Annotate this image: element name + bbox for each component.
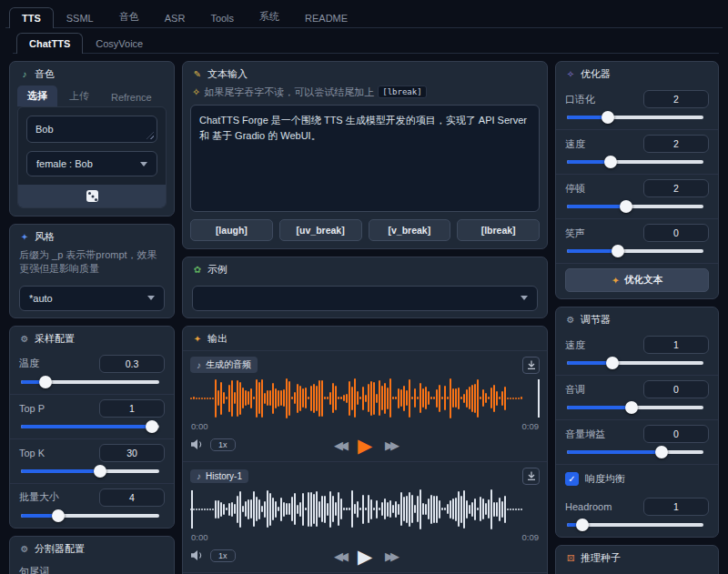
chevron-down-icon [147,296,155,300]
tab-chattts[interactable]: ChatTTS [16,33,83,54]
skip-back-icon[interactable]: ◀◀ [334,549,345,563]
seed-title: 推理种子 [581,551,621,565]
tab-tts[interactable]: TTS [9,7,54,28]
speaker-voice-dropdown[interactable]: female : Bob [26,151,157,176]
loudness-checkbox[interactable]: ✓ [565,472,579,486]
lbreak-token-button[interactable]: [lbreak] [457,219,540,241]
music-note-icon: ♪ [197,360,201,370]
laugh-value[interactable]: 0 [643,224,709,242]
adjust-speed-value[interactable]: 1 [643,336,709,354]
oral-value[interactable]: 2 [643,90,709,108]
loudness-label: 响度均衡 [585,472,625,486]
v-break-token-button[interactable]: [v_break] [369,219,451,241]
temperature-slider-row: 温度 0.3 [10,350,174,394]
speaker-tab-select[interactable]: 选择 [17,86,57,106]
style-hint: 后缀为 _p 表示带prompt，效果更强但是影响质量 [10,248,174,281]
text-input-panel: ✎ 文本输入 ✧ 如果尾字吞字不读，可以尝试结尾加上 [lbreak] Chat… [182,61,548,249]
refine-text-label: 优化文本 [624,274,662,287]
memo-icon: ✎ [192,69,203,79]
style-value: *auto [29,293,53,304]
batch-size-slider-row: 批量大小 4 [10,483,174,528]
refiner-panel: ✧ 优化器 口语化 2 速度 2 [555,61,719,299]
dice-icon [86,190,98,202]
temperature-slider[interactable] [21,380,159,384]
speaker-tab-reference[interactable]: Refrence [101,88,162,106]
speed-slider[interactable] [567,160,703,164]
audio-label-badge: ♪ History-1 [190,469,248,483]
playback-speed-button[interactable]: 1x [210,438,236,451]
batch-size-slider[interactable] [21,514,159,518]
uv-break-token-button[interactable]: [uv_break] [279,219,362,241]
waveform[interactable] [190,487,540,532]
tab-system[interactable]: 系统 [247,5,292,28]
temperature-value[interactable]: 0.3 [99,355,165,373]
gain-slider[interactable] [567,450,703,454]
speaker-random-button[interactable] [18,185,166,207]
output-header: ✦ 输出 [183,327,547,351]
download-icon[interactable] [522,468,540,485]
seed-panel: ⚄ 推理种子 42 [555,545,719,574]
speaker-name-input[interactable]: Bob [26,116,157,143]
eos-row: 句尾词 [uv_break] [10,560,174,574]
top-p-label: Top P [19,403,45,414]
chevron-down-icon [521,296,528,300]
adjuster-header: ⚙ 调节器 [556,307,718,331]
playback-speed-button[interactable]: 1x [210,549,236,562]
gain-value[interactable]: 0 [643,425,709,443]
style-title: 风格 [35,230,55,244]
volume-icon[interactable] [190,438,204,452]
adjust-speed-slider[interactable] [567,361,703,365]
break-value[interactable]: 2 [643,179,709,197]
gain-row: 音量增益 0 [556,419,718,464]
player-controls: 1x ◀◀ ▶ ▶▶ [190,546,540,569]
refiner-header: ✧ 优化器 [556,62,718,86]
laugh-token-button[interactable]: [laugh] [190,219,273,241]
laugh-slider[interactable] [567,249,703,253]
headroom-value[interactable]: 1 [643,498,709,516]
headroom-slider[interactable] [567,523,703,527]
oral-slider[interactable] [567,116,703,119]
tab-voice[interactable]: 音色 [106,5,152,28]
tab-ssml[interactable]: SSML [54,7,106,28]
headroom-row: Headroom 1 [556,493,718,537]
pitch-label: 音调 [565,383,585,397]
skip-forward-icon[interactable]: ▶▶ [385,549,396,563]
output-title: 输出 [207,332,228,346]
style-header: ✦ 风格 [10,225,174,248]
time-total: 0:09 [522,421,540,431]
tab-asr[interactable]: ASR [152,7,198,28]
text-input-title: 文本输入 [207,67,248,81]
sampling-panel: ⚙ 采样配置 温度 0.3 Top P 1 [9,326,175,529]
waveform[interactable] [190,376,540,421]
play-icon[interactable]: ▶ [358,436,372,455]
top-k-value[interactable]: 30 [99,444,165,462]
batch-size-value[interactable]: 4 [99,488,165,507]
top-p-slider-row: Top P 1 [10,394,174,438]
skip-forward-icon[interactable]: ▶▶ [385,438,396,452]
headroom-label: Headroom [565,501,612,512]
refine-text-button[interactable]: ✦ 优化文本 [565,268,709,292]
tab-readme[interactable]: README [292,7,360,28]
pitch-slider[interactable] [567,406,703,409]
play-icon[interactable]: ▶ [358,547,372,566]
tts-text-input[interactable]: ChatTTS Forge 是一个围绕 TTS 生成模型开发的项目，实现了 AP… [190,105,540,212]
speaker-tab-upload[interactable]: 上传 [59,86,99,106]
examples-dropdown[interactable] [192,286,538,311]
tab-cosyvoice[interactable]: CosyVoice [83,33,156,54]
style-dropdown-row: *auto [10,281,174,317]
tab-tools[interactable]: Tools [197,7,247,28]
download-icon[interactable] [522,357,540,374]
speed-value[interactable]: 2 [643,135,709,153]
volume-icon[interactable] [190,549,204,563]
break-slider[interactable] [567,205,703,208]
top-p-slider[interactable] [21,425,159,428]
speaker-panel: ♪ 音色 选择 上传 Refrence Bob female : Bob [9,61,175,217]
adjust-speed-row: 速度 1 [556,331,718,375]
top-k-slider[interactable] [21,469,159,473]
pitch-value[interactable]: 0 [643,380,709,398]
style-dropdown[interactable]: *auto [19,286,165,311]
skip-back-icon[interactable]: ◀◀ [334,438,345,452]
top-p-value[interactable]: 1 [99,399,165,418]
output-panel: ✦ 输出 ♪ 生成的音频 [182,326,548,574]
chevron-down-icon [140,162,147,166]
